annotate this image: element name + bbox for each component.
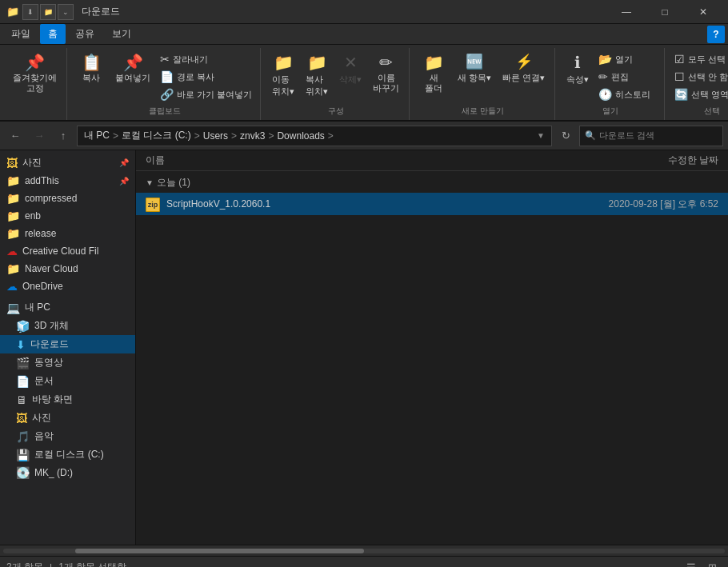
properties-button[interactable]: ℹ 속성▾ [562,51,594,87]
quickaccess-buttons: 📌 즐겨찾기에고정 [8,48,62,117]
select-all-button[interactable]: ☑ 모두 선택 [671,51,728,67]
sidebar-item-docs[interactable]: 📄 문서 [0,372,135,390]
pictures-icon: 🖼 [16,412,27,425]
copy-path-icon: 📄 [160,70,174,83]
copy-to-button[interactable]: 📁 복사위치▾ [301,51,333,99]
refresh-button[interactable]: ↻ [555,126,576,146]
copy-path-button[interactable]: 📄 경로 복사 [157,69,221,85]
menu-view[interactable]: 보기 [104,24,139,44]
search-icon: 🔍 [585,130,596,141]
delete-button[interactable]: ✕ 삭제▾ [334,51,366,87]
sidebar-item-cc[interactable]: ☁ Creative Cloud Fil [0,242,135,260]
properties-icon: ℹ [574,53,581,72]
close-button[interactable]: ✕ [685,0,722,24]
grid-view-button[interactable]: ⊞ [702,558,722,568]
paste-shortcut-button[interactable]: 🔗 바로 가기 붙여넣기 [157,86,255,102]
sidebar-label-cc: Creative Cloud Fil [22,246,98,257]
horizontal-scrollbar[interactable] [0,545,728,556]
search-box[interactable]: 🔍 다운로드 검색 [579,126,723,146]
selected-count: 1개 항목 선택함 [58,561,126,567]
sidebar-item-music[interactable]: 🎵 음악 [0,427,135,445]
sidebar-label-mypc: 내 PC [25,301,50,314]
rename-button[interactable]: ✏ 이름바꾸기 [368,51,404,97]
file-group-today: ▼ 오늘 (1) [136,171,728,193]
invert-selection-button[interactable]: 🔄 선택 영역 반전 [671,86,728,102]
title-new-folder[interactable]: 📁 [40,4,56,20]
help-button[interactable]: ? [707,26,725,43]
sidebar-item-video[interactable]: 🎬 동영상 [0,353,135,372]
menu-home[interactable]: 홈 [40,24,66,44]
sidebar-item-enb[interactable]: 📁 enb [0,207,135,225]
quick-link-button[interactable]: ⚡ 빠른 연결▾ [498,51,550,86]
status-view-controls: ☰ ⊞ [682,558,722,568]
file-row-scripthook[interactable]: zip ScriptHookV_1.0.2060.1 2020-09-28 [월… [136,193,728,215]
new-item-icon: 🆕 [466,53,483,70]
cc-icon: ☁ [6,245,18,258]
sidebar-item-addthis[interactable]: 📁 addThis 📌 [0,172,135,190]
folder-icon: 📁 [6,6,19,18]
select-none-button[interactable]: ☐ 선택 안 함 [671,69,728,85]
menu-share[interactable]: 공유 [67,24,102,44]
sidebar-item-onedrive[interactable]: ☁ OneDrive [0,278,135,295]
scroll-thumb[interactable] [75,549,364,553]
sidebar-item-desktop[interactable]: 🖥 바탕 화면 [0,390,135,409]
group-today-label: 오늘 (1) [157,176,190,190]
edit-button[interactable]: ✏ 편집 [595,69,659,85]
sidebar-label-local-c: 로컬 디스크 (C:) [34,448,104,461]
sidebar-label-pictures: 사진 [32,411,51,425]
forward-button[interactable]: → [29,126,50,146]
minimize-button[interactable]: — [608,0,645,24]
file-name-scripthook: ScriptHookV_1.0.2060.1 [166,198,552,210]
mk-disk-icon: 💽 [16,466,30,479]
col-name-header[interactable]: 이름 [146,154,558,167]
sidebar-item-photos[interactable]: 🖼 사진 📌 [0,154,135,172]
sidebar-item-mypc[interactable]: 💻 내 PC [0,298,135,317]
cut-button[interactable]: ✂ 잘라내기 [157,51,221,67]
paste-label: 붙여넣기 [115,73,150,83]
title-quick-access[interactable]: ⬇ [22,4,38,20]
select-buttons: ☑ 모두 선택 ☐ 선택 안 함 🔄 선택 영역 반전 [671,48,728,106]
sidebar-item-3d[interactable]: 🧊 3D 개체 [0,317,135,335]
history-button[interactable]: 🕐 히스토리 [595,86,659,102]
sidebar-item-pictures[interactable]: 🖼 사진 [0,409,135,427]
ribbon-group-quickaccess: 📌 즐겨찾기에고정 [3,48,67,120]
group-collapse-icon[interactable]: ▼ [146,178,154,187]
copy-label: 복사 [82,73,100,83]
sidebar-item-release[interactable]: 📁 release [0,225,135,242]
sidebar-label-video: 동영상 [34,356,63,369]
sidebar-label-docs: 문서 [34,374,54,388]
quick-link-label: 빠른 연결▾ [502,72,545,84]
up-button[interactable]: ↑ [53,126,74,146]
new-item-button[interactable]: 🆕 새 항목▾ [453,51,496,86]
sidebar-item-compressed[interactable]: 📁 compressed [0,190,135,207]
ribbon-group-new: 📁 새폴더 🆕 새 항목▾ ⚡ 빠른 연결▾ 새로 만들기 [411,48,555,120]
maximize-button[interactable]: □ [646,0,683,24]
history-label: 히스토리 [615,89,650,101]
new-item-split: 🆕 새 항목▾ [453,51,496,86]
properties-split: ℹ 속성▾ [562,51,594,87]
sidebar-item-local-c[interactable]: 💾 로컬 디스크 (C:) [0,445,135,464]
sidebar-item-mk-d[interactable]: 💽 MK_ (D:) [0,464,135,481]
menu-file[interactable]: 파일 [3,24,38,44]
move-to-button[interactable]: 📁 이동위치▾ [267,51,299,99]
title-properties[interactable]: ⌄ [58,4,74,20]
organize-buttons: 📁 이동위치▾ 📁 복사위치▾ ✕ 삭제▾ ✏ 이름바꾸기 [267,48,404,106]
local-disk-c-icon: 💾 [16,449,30,461]
col-date-header[interactable]: 수정한 날짜 [558,154,718,167]
sidebar-label-compressed: compressed [25,193,77,204]
sidebar-item-naver[interactable]: 📁 Naver Cloud [0,260,135,278]
pin-to-quickaccess-button[interactable]: 📌 즐겨찾기에고정 [8,51,62,97]
sidebar-item-downloads[interactable]: ⬇ 다운로드 [0,335,135,353]
new-folder-button[interactable]: 📁 새폴더 [416,51,451,97]
paste-button[interactable]: 📌 붙여넣기 [110,51,155,86]
scroll-track[interactable] [3,549,725,553]
back-button[interactable]: ← [5,126,26,146]
open-button[interactable]: 📂 열기 [595,51,659,67]
video-icon: 🎬 [16,357,30,369]
zip-file-icon: zip [146,196,160,212]
list-view-button[interactable]: ☰ [682,558,701,568]
copy-button[interactable]: 📋 복사 [74,51,109,86]
menu-bar: 파일 홈 공유 보기 ? [0,24,728,45]
status-bar: 2개 항목 | 1개 항목 선택함 ☰ ⊞ [0,556,728,567]
address-path[interactable]: 내 PC > 로컬 디스크 (C:) > Users > znvk3 > Dow… [77,126,552,146]
